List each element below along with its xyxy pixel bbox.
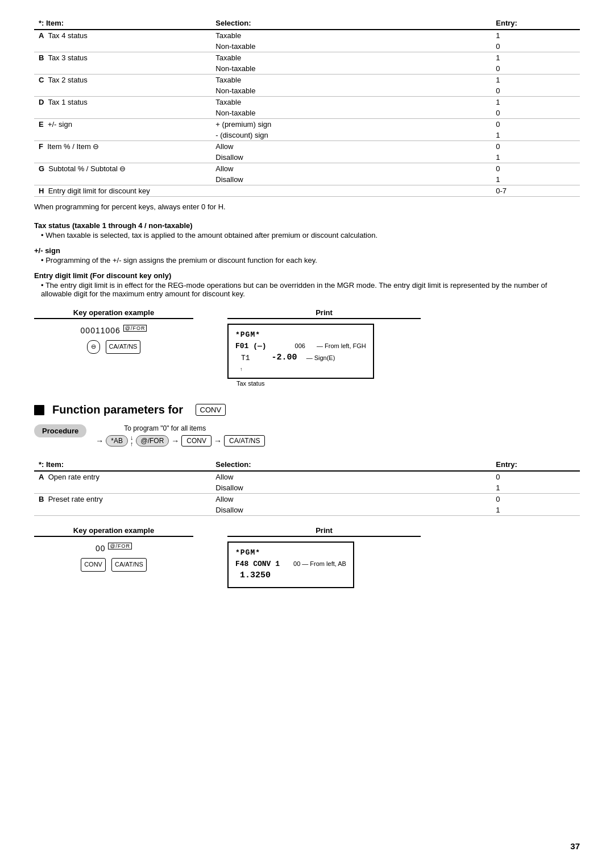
top-parameters-table: *: Item: Selection: Entry: A Tax 4 statu… — [34, 17, 580, 197]
procedure-flow: → *AB ↓ ↑ @/FOR → CONV → CA/AT/NS — [96, 435, 265, 447]
bot-col-header-entry: Entry: — [491, 458, 580, 471]
table-row: H Entry digit limit for discount key 0-7 — [34, 185, 580, 197]
key-op-title-1: Key operation example — [34, 308, 193, 319]
tax-status-text: • When taxable is selected, tax is appli… — [34, 231, 580, 239]
col-header-selection: Selection: — [211, 17, 491, 30]
bot-col-header-item: *: Item: — [34, 458, 211, 471]
btn-ca-at-ns-2: CA/AT/NS — [111, 558, 147, 572]
conv-key-label: CONV — [196, 404, 226, 416]
table-row: F Item % / Item ⊖ Allow 0 — [34, 141, 580, 152]
flow-bfor: @/FOR — [136, 435, 169, 447]
table-row: Non-taxable 0 — [34, 85, 580, 97]
btn-conv-2: CONV — [81, 558, 106, 572]
table-row: Disallow 1 — [34, 505, 580, 516]
btn-minus-circle: ⊖ — [87, 340, 100, 354]
key-sequence-1: 00011006 @/FOR ⊖ CA/AT/NS — [34, 324, 193, 354]
flow-ab: *AB — [106, 435, 128, 447]
procedure-section: Procedure To program "0" for all items →… — [34, 424, 580, 447]
plus-minus-heading: +/- sign — [34, 246, 580, 255]
procedure-note: To program "0" for all items — [124, 424, 265, 432]
print-box-2: Print *PGM* F48 CONV 1 00 — From left, A… — [227, 526, 421, 588]
table-row: Disallow 1 — [34, 152, 580, 163]
print-area-2: *PGM* F48 CONV 1 00 — From left, AB 1.32… — [227, 542, 354, 588]
procedure-badge: Procedure — [34, 424, 86, 437]
table-row: A Tax 4 status Taxable 1 — [34, 30, 580, 41]
tax-status-heading: Tax status (taxable 1 through 4 / non-ta… — [34, 221, 580, 230]
print-box-1: Print *PGM* F01 (—) 006 — From left, FGH… — [227, 308, 421, 387]
code-sup-1: @/FOR — [123, 325, 147, 332]
table-row: - (discount) sign 1 — [34, 130, 580, 141]
print-title-2: Print — [227, 526, 421, 537]
table-row: Disallow 1 — [34, 482, 580, 494]
table-row: B Preset rate entry Allow 0 — [34, 494, 580, 505]
operation-print-row-1: Key operation example 00011006 @/FOR ⊖ C… — [34, 308, 580, 387]
print-title-1: Print — [227, 308, 421, 319]
code-sup-2: @/FOR — [108, 543, 132, 549]
table-row: E +/- sign + (premium) sign 0 — [34, 119, 580, 130]
table-row: G Subtotal % / Subtotal ⊖ Allow 0 — [34, 163, 580, 175]
table-row: B Tax 3 status Taxable 1 — [34, 52, 580, 64]
table-row: Disallow 1 — [34, 174, 580, 185]
entry-digit-text: • The entry digit limit is in effect for… — [34, 281, 580, 298]
col-header-entry: Entry: — [491, 17, 580, 30]
key-op-box-1: Key operation example 00011006 @/FOR ⊖ C… — [34, 308, 193, 354]
col-header-item: *: Item: — [34, 17, 211, 30]
table-row: Non-taxable 0 — [34, 108, 580, 119]
table-row: A Open rate entry Allow 0 — [34, 471, 580, 482]
operation-print-row-2: Key operation example 00 @/FOR CONV CA/A… — [34, 526, 580, 588]
key-op-title-2: Key operation example — [34, 526, 193, 537]
bottom-parameters-table: *: Item: Selection: Entry: A Open rate e… — [34, 458, 580, 516]
print-area-1: *PGM* F01 (—) 006 — From left, FGH T1 -2… — [227, 324, 374, 387]
table-row: Non-taxable 0 — [34, 41, 580, 52]
table-row: C Tax 2 status Taxable 1 — [34, 75, 580, 86]
entry-digit-heading: Entry digit limit (For discount key only… — [34, 271, 580, 280]
function-heading: Function parameters for CONV — [34, 403, 580, 416]
page-number: 37 — [570, 841, 580, 851]
flow-conv: CONV — [181, 435, 211, 447]
receipt-box-1: *PGM* F01 (—) 006 — From left, FGH T1 -2… — [227, 324, 374, 379]
table-row: Non-taxable 0 — [34, 63, 580, 75]
receipt-box-2: *PGM* F48 CONV 1 00 — From left, AB 1.32… — [227, 542, 354, 588]
flow-caatns: CA/AT/NS — [224, 435, 265, 447]
plus-minus-text: • Programming of the +/- sign assigns th… — [34, 256, 580, 264]
table-row: D Tax 1 status Taxable 1 — [34, 97, 580, 108]
bot-col-header-selection: Selection: — [211, 458, 491, 471]
table-note: When programming for percent keys, alway… — [34, 202, 580, 211]
key-sequence-2: 00 @/FOR CONV CA/AT/NS — [34, 542, 193, 572]
btn-ca-at-ns-1: CA/AT/NS — [106, 340, 141, 354]
key-op-box-2: Key operation example 00 @/FOR CONV CA/A… — [34, 526, 193, 572]
